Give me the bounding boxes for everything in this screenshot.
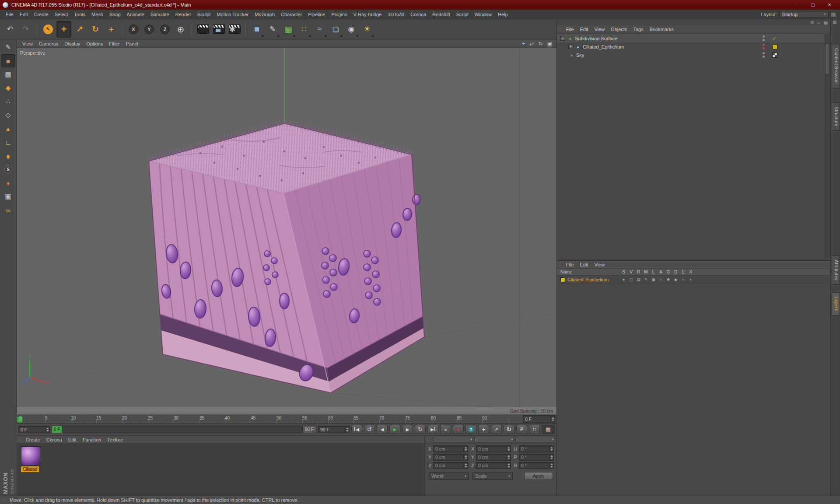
om-menu-view[interactable]: View (591, 26, 608, 33)
material-tag-icon[interactable] (772, 44, 777, 49)
visibility-dots[interactable] (763, 35, 765, 41)
solo-icon[interactable]: ● (620, 277, 627, 282)
rotation-b-field[interactable]: 0 ° (519, 462, 554, 469)
column-header-a[interactable]: A (657, 270, 665, 274)
home-icon[interactable]: ⌂ (818, 20, 820, 25)
generators-icon[interactable]: ✱ (665, 277, 672, 282)
enabled-check-icon[interactable]: ✓ (772, 35, 777, 42)
menu-item-snap[interactable]: Snap (106, 10, 124, 18)
viewport-menu-cameras[interactable]: Cameras (36, 40, 62, 48)
coordinate-mode-dropdown[interactable]: Scale▾ (472, 472, 513, 480)
key-pla-toggle[interactable]: ∷ (529, 425, 540, 434)
workplane-mode-button[interactable]: ◆ (1, 81, 15, 94)
column-header-e[interactable]: E (679, 270, 687, 274)
next-frame-button[interactable]: ▶ (402, 425, 413, 434)
stepper-arrows[interactable] (463, 446, 468, 452)
layer-row-ciliated-epithelium[interactable]: Ciliated_Epithelium ● ◻ ▤ ✎ ▣ ○ ✱ ◆ ≈ × (557, 276, 830, 284)
object-row-sky[interactable]: ◑ Sky (557, 51, 830, 59)
range-end-field[interactable]: 90 F (318, 426, 350, 433)
scrollbar-thumb[interactable] (825, 44, 829, 74)
stepper-arrows[interactable] (506, 454, 511, 460)
expand-collapse-icon[interactable]: + (568, 44, 573, 49)
column-header-v[interactable]: V (627, 270, 635, 274)
layer-name[interactable]: Ciliated_Epithelium (567, 277, 609, 282)
menu-item-simulate[interactable]: Simulate (147, 10, 172, 18)
polygons-mode-button[interactable]: ▲ (1, 122, 15, 135)
key-parameter-toggle[interactable]: P (516, 425, 527, 434)
lm-menu-edit[interactable]: Edit (577, 261, 591, 268)
stepper-arrows[interactable] (549, 462, 553, 469)
lock-workplane-button[interactable]: ▣ (1, 190, 15, 203)
stepper-arrows[interactable] (506, 462, 511, 469)
drag-handle-icon[interactable]: ∷ (559, 27, 562, 32)
menu-item-script[interactable]: Script (453, 10, 472, 18)
range-start-field[interactable]: 0 F (18, 426, 50, 433)
menu-item-plugins[interactable]: Plugins (328, 10, 350, 18)
play-backwards-button[interactable]: ↺ (364, 425, 375, 434)
menu-item-create[interactable]: Create (31, 10, 52, 18)
menu-item-window[interactable]: Window (472, 10, 495, 18)
slider-end-chip[interactable]: 90 F (302, 426, 316, 433)
rotate-view-icon[interactable]: ↻ (539, 41, 543, 47)
viewport-menu-display[interactable]: Display (61, 40, 83, 48)
material-menu-edit[interactable]: Edit (65, 436, 80, 443)
play-loop-button[interactable]: ↻ (415, 425, 426, 434)
make-editable-button[interactable]: ✎ (1, 41, 15, 54)
stepper-arrows[interactable] (45, 426, 49, 433)
column-header-s[interactable]: S (620, 270, 627, 274)
tab-structure[interactable]: Structure (832, 102, 840, 131)
keyframe-selection-button[interactable]: ? (466, 425, 476, 434)
menu-item-select[interactable]: Select (52, 10, 71, 18)
stepper-arrows[interactable] (549, 446, 553, 452)
last-tool-button[interactable]: + (104, 21, 119, 38)
object-row-subdivision-surface[interactable]: − ● Subdivision Surface ✓ (557, 34, 830, 42)
stepper-arrows[interactable] (550, 416, 555, 422)
visibility-dots[interactable] (763, 44, 765, 49)
rotation-h-field[interactable]: 0 ° (519, 445, 554, 452)
render-view-button[interactable] (196, 21, 210, 38)
goto-start-button[interactable]: ◀ (351, 425, 362, 434)
current-frame-field[interactable]: 0 F (523, 415, 555, 423)
lock-y-axis-button[interactable]: Y (142, 21, 157, 38)
visible-icon[interactable]: ◻ (627, 277, 635, 282)
column-header-l[interactable]: L (650, 270, 657, 274)
menu-item-tools[interactable]: Tools (71, 10, 88, 18)
undo-button[interactable]: ↶ (3, 21, 18, 38)
stepper-arrows[interactable] (506, 446, 511, 452)
move-tool-button[interactable]: + (56, 21, 71, 38)
render-settings-button[interactable]: ✱ (227, 21, 242, 38)
add-subdivision-surface-button[interactable]: ▦ (281, 21, 296, 38)
material-list[interactable]: Ciliated (17, 444, 424, 496)
expressions-icon[interactable]: ≈ (679, 277, 687, 282)
object-name[interactable]: Ciliated_Epithelium (583, 44, 624, 49)
redo-button[interactable]: ↷ (18, 21, 33, 38)
play-button[interactable]: ▶ (389, 425, 400, 434)
size-z-field[interactable]: 0 cm (476, 462, 511, 469)
position-y-field[interactable]: 0 cm (433, 454, 468, 461)
size-header-dropdown[interactable]: --▾ (474, 437, 513, 443)
add-spline-button[interactable]: ✎ (265, 21, 280, 38)
pan-view-icon[interactable]: + (522, 41, 525, 47)
search-icon[interactable]: ⊙ (810, 20, 814, 25)
menu-item-animate[interactable]: Animate (124, 10, 147, 18)
panel-icon[interactable]: ▤ (824, 20, 828, 25)
add-environment-button[interactable]: ▤ (328, 21, 343, 38)
add-deformer-button[interactable]: ≈ (312, 21, 327, 38)
rotation-header-dropdown[interactable]: --▾ (515, 437, 554, 443)
goto-end-button[interactable]: ▶ (427, 425, 438, 434)
coordinate-system-button[interactable]: ⊕ (173, 21, 188, 38)
lm-menu-view[interactable]: View (591, 261, 608, 268)
simulation-tool-button[interactable]: ∞ (1, 203, 15, 217)
material-menu-corona[interactable]: Corona (43, 436, 65, 443)
size-x-field[interactable]: 0 cm (476, 445, 511, 452)
viewport-menu-view[interactable]: View (19, 40, 36, 48)
menu-item-corona[interactable]: Corona (407, 10, 429, 18)
object-name[interactable]: Sky (576, 52, 584, 58)
position-x-field[interactable]: 0 cm (433, 445, 468, 452)
viewport-menu-filter[interactable]: Filter (106, 40, 122, 48)
menu-item-edit[interactable]: Edit (17, 10, 31, 18)
column-header-g[interactable]: G (665, 270, 672, 274)
menu-item-mograph[interactable]: MoGraph (252, 10, 278, 18)
add-light-button[interactable]: ☀ (360, 21, 374, 38)
expand-collapse-icon[interactable]: − (560, 36, 565, 41)
